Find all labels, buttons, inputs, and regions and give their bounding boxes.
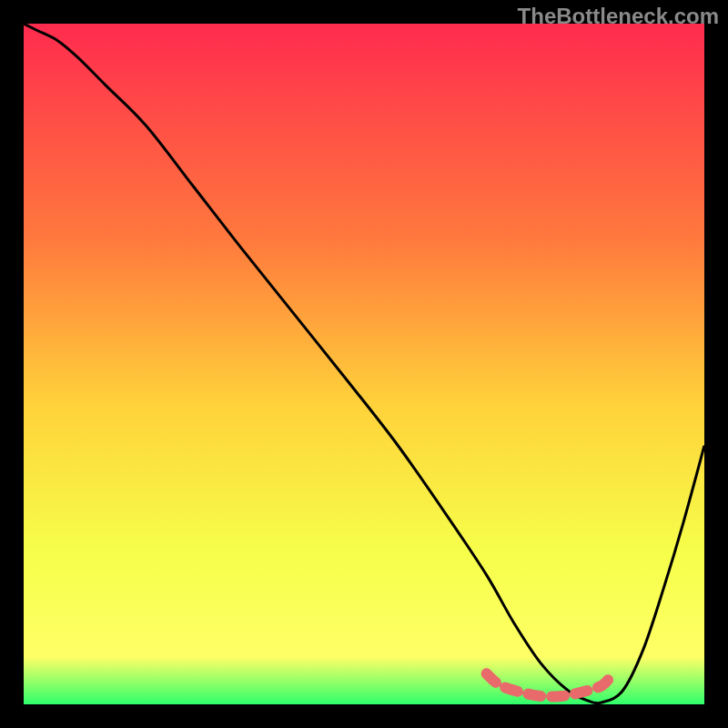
gradient-background xyxy=(24,24,704,704)
bottleneck-chart xyxy=(24,24,704,704)
